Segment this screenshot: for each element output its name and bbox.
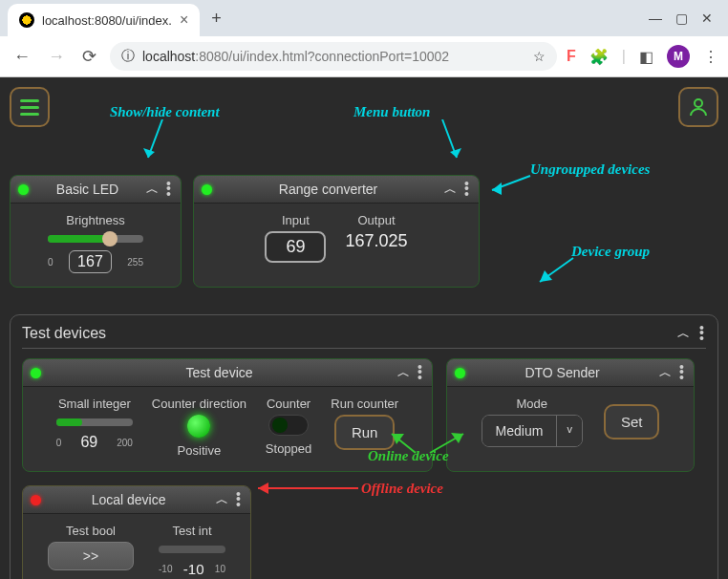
svg-marker-4 [450, 148, 461, 158]
output-value: 167.025 [345, 231, 407, 251]
brightness-label: Brightness [66, 213, 124, 227]
bool-label: Test bool [66, 524, 116, 538]
card-title: Basic LED [34, 182, 140, 197]
card-menu-button[interactable]: ••• [462, 182, 471, 198]
group-menu-button[interactable]: ••• [697, 326, 706, 342]
brightness-value[interactable]: 167 [69, 250, 112, 273]
mode-value: Medium [482, 416, 557, 446]
url-path: :8080/ui/index.html?connectionPort=10002 [195, 49, 449, 64]
counter-control: Counter Stopped [266, 397, 311, 458]
card-header: Range converter ︿ ••• [194, 176, 479, 204]
address-bar: ← → ⟳ ⓘ localhost:8080/ui/index.html?con… [0, 36, 728, 77]
test-int-control: Test int -10 -10 10 [159, 524, 225, 577]
direction-led-icon [187, 415, 210, 438]
browser-chrome: localhost:8080/ui/index. × + — ▢ ✕ ← → ⟳… [0, 0, 728, 77]
run-counter-control: Run counter Run [331, 397, 398, 458]
mode-control: Mode Medium v [482, 397, 583, 447]
test-bool-control: Test bool >> [48, 524, 134, 577]
card-menu-button[interactable]: ••• [234, 492, 243, 508]
site-info-icon[interactable]: ⓘ [121, 48, 135, 65]
url-input[interactable]: ⓘ localhost:8080/ui/index.html?connectio… [110, 42, 557, 71]
minimize-icon[interactable]: — [649, 11, 662, 26]
forward-button[interactable]: → [44, 43, 69, 71]
output-control: Output 167.025 [345, 213, 407, 263]
side-panel-icon[interactable]: ◧ [639, 48, 653, 66]
small-integer-control: Small integer 0 69 200 [56, 397, 133, 458]
input-control: Input 69 [265, 213, 326, 263]
collapse-button[interactable]: ︿ [397, 364, 410, 381]
output-label: Output [357, 213, 395, 227]
card-menu-button[interactable]: ••• [164, 182, 173, 198]
counter-direction-control: Counter direction Positive [152, 397, 246, 458]
reload-button[interactable]: ⟳ [78, 42, 100, 71]
counter-state: Stopped [266, 441, 311, 456]
device-group: Test devices ︿ ••• Test device ︿ ••• Sma… [10, 314, 718, 579]
card-menu-button[interactable]: ••• [416, 365, 424, 381]
tab-title: localhost:8080/ui/index. [42, 13, 172, 28]
card-menu-button[interactable]: ••• [677, 365, 686, 381]
slider-max: 200 [117, 438, 133, 448]
slider-min: 0 [48, 257, 54, 268]
new-tab-button[interactable]: + [203, 5, 229, 32]
extension-f-icon[interactable]: F [567, 48, 576, 65]
extensions-icon[interactable]: 🧩 [589, 48, 609, 66]
svg-marker-2 [143, 148, 155, 158]
close-window-icon[interactable]: ✕ [701, 11, 713, 26]
mode-label: Mode [516, 397, 547, 411]
test-int-slider[interactable] [159, 542, 225, 557]
back-button[interactable]: ← [10, 43, 34, 71]
collapse-button[interactable]: ︿ [216, 491, 228, 508]
chevron-down-icon[interactable]: v [556, 416, 582, 446]
input-label: Input [282, 213, 310, 227]
slider-max: 255 [127, 257, 143, 268]
maximize-icon[interactable]: ▢ [675, 11, 688, 26]
close-icon[interactable]: × [180, 11, 188, 29]
tab-favicon-icon [19, 12, 34, 28]
brightness-control: Brightness 0 167 255 [48, 213, 143, 273]
kebab-menu-icon[interactable]: ⋮ [703, 48, 718, 66]
collapse-button[interactable]: ︿ [659, 364, 672, 381]
mode-select[interactable]: Medium v [482, 415, 583, 447]
tab-bar: localhost:8080/ui/index. × + — ▢ ✕ [0, 0, 728, 36]
counter-label: Counter [267, 397, 310, 411]
user-button[interactable] [678, 87, 718, 127]
run-button[interactable]: Run [334, 415, 396, 450]
window-controls: — ▢ ✕ [649, 11, 720, 26]
profile-avatar[interactable]: M [667, 45, 690, 68]
ungrouped-devices: Basic LED ︿ ••• Brightness 0 167 255 [10, 175, 718, 288]
collapse-button[interactable]: ︿ [146, 181, 159, 198]
hamburger-icon [20, 99, 39, 116]
card-title: Local device [47, 492, 210, 507]
card-basic-led: Basic LED ︿ ••• Brightness 0 167 255 [10, 175, 182, 288]
card-dto-sender: DTO Sender ︿ ••• Mode Medium v Set [446, 358, 695, 472]
user-icon [687, 96, 710, 118]
slider-min: -10 [159, 564, 172, 574]
counter-toggle[interactable] [268, 415, 309, 436]
brightness-slider[interactable] [48, 231, 143, 247]
card-local-device: Local device ︿ ••• Test bool >> Test int [22, 485, 251, 579]
dir-label: Counter direction [152, 397, 246, 411]
bookmark-icon[interactable]: ☆ [533, 49, 546, 64]
small-int-slider[interactable] [56, 415, 133, 430]
svg-point-0 [695, 99, 702, 107]
card-header: Test device ︿ ••• [23, 359, 432, 387]
card-test-device: Test device ︿ ••• Small integer 0 69 200 [22, 358, 433, 472]
browser-tab[interactable]: localhost:8080/ui/index. × [8, 4, 200, 36]
bool-button[interactable]: >> [48, 542, 134, 570]
main-menu-button[interactable] [10, 87, 50, 127]
input-field[interactable]: 69 [265, 231, 326, 263]
set-button[interactable]: Set [604, 404, 660, 440]
card-header: DTO Sender ︿ ••• [447, 359, 694, 387]
group-title: Test devices [22, 325, 670, 342]
status-offline-icon [31, 495, 41, 505]
url-host: localhost [142, 49, 195, 64]
small-int-label: Small integer [58, 397, 131, 411]
group-collapse-button[interactable]: ︿ [677, 325, 690, 342]
collapse-button[interactable]: ︿ [444, 181, 457, 198]
small-int-value: 69 [80, 434, 97, 451]
dir-value: Positive [178, 443, 222, 458]
status-online-icon [18, 184, 29, 195]
slider-max: 10 [215, 564, 225, 574]
card-title: Test device [47, 365, 392, 380]
slider-min: 0 [56, 438, 62, 448]
